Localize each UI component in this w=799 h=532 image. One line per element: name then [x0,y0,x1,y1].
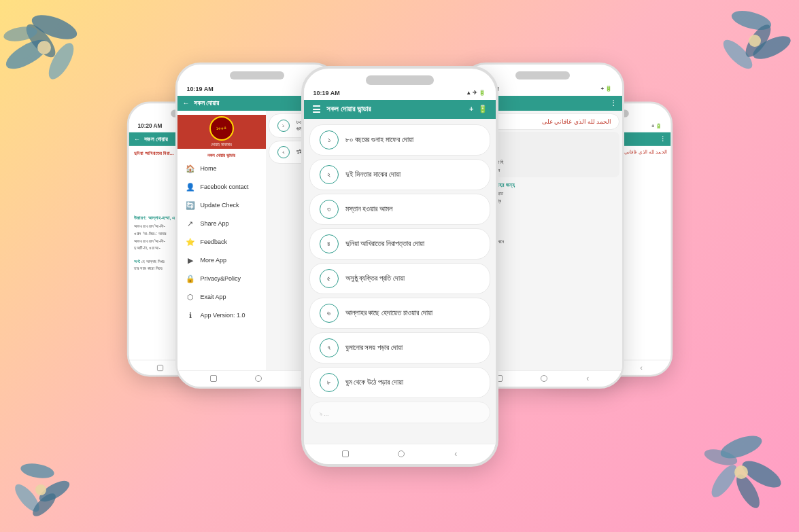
time-front-left: 10:19 AM [187,86,214,92]
flower-top-right [704,0,799,95]
phone-center: 10:19 AM ▲ ✈ 🔋 ☰ সকল দোয়ার ভান্ডার + 🔋 … [301,66,498,467]
svg-point-12 [36,477,72,506]
partial-text: ৯ ... [320,410,329,417]
menu-item-privacy[interactable]: 🔒 Privacy&Policy [177,270,266,288]
drawer-header: ১০০+ দোয়াহ মাফামার [177,115,266,149]
menu-item-moreapp[interactable]: ▶ More App [177,251,266,270]
menu-label-share: Share App [201,220,229,227]
item-number-5: ৫ [320,269,339,288]
item-text-7: ঘুমানোর সময় পড়ার দোয়া [345,343,403,352]
item-number-4: ৪ [320,234,339,253]
list-item-8[interactable]: ৮ ঘুম থেকে উঠে পড়ার দোয়া [309,367,490,398]
svg-point-20 [702,446,738,468]
list-item-4[interactable]: ৪ দুনিয়া আখিরাতের নিরাপত্তার দোয়া [309,228,490,260]
time-center: 10:19 AM [313,90,340,96]
menu-label-update: Update Check [201,202,239,209]
back-arrow-front-left: ← [183,99,190,107]
svg-point-5 [37,41,51,54]
nav-square-back-left [156,364,163,370]
list-item-2[interactable]: ২ দুই মিনতার মাঝের দোয়া [309,159,490,190]
menu-label-facebook: Facebook contact [201,183,249,190]
dots-icon-back-right: ⋮ [659,135,665,142]
svg-point-10 [749,35,761,47]
svg-point-13 [11,480,43,515]
notch-front-left [230,71,284,79]
nav-bar-center: ‹ [304,444,496,464]
svg-point-14 [29,490,59,520]
menu-item-home[interactable]: 🏠 Home [177,160,266,178]
list-item-5[interactable]: ৫ অসুষ্ঠু ব্যক্তির প্রতি দোয়া [309,263,490,294]
item-text-2: দুই মিনতার মাঝের দোয়া [345,170,401,179]
list-item-1[interactable]: ১ ৮০ বছরের গুনাহ মাফের দোয়া [309,124,490,156]
list-item-3[interactable]: ৩ মস্তান হওয়ার আমল [309,194,490,225]
time-back-left: 10:20 AM [137,122,162,128]
item-num-2: ২ [277,146,290,158]
app-header-center: ☰ সকল দোয়ার ভান্ডার + 🔋 [304,100,496,119]
item-number-2: ২ [320,165,339,184]
menu-item-exit[interactable]: ⬡ Exait App [177,288,266,306]
svg-point-4 [3,24,39,43]
nav-back-front-right: ‹ [586,374,589,383]
menu-item-version: ℹ App Version: 1.0 [177,306,266,325]
menu-item-share[interactable]: ↗ Share App [177,215,266,233]
svg-point-8 [719,35,756,73]
battery-icon-header: 🔋 [478,105,488,113]
home-icon: 🏠 [186,164,195,173]
app-title-center: সকল দোয়ার ভান্ডার [326,105,464,113]
menu-item-facebook[interactable]: 👤 Facebook contact [177,178,266,196]
svg-point-6 [730,7,773,34]
drawer-menu: ১০০+ দোয়াহ মাফামার নকল দোয়ার ভান্ডার 🏠… [177,111,266,370]
svg-point-16 [717,431,764,463]
item-number-1: ১ [320,130,339,149]
item-number-7: ৭ [320,338,339,357]
notch-center [366,75,434,85]
info-icon: ℹ [186,311,195,320]
add-icon[interactable]: + [469,105,473,113]
dots-icon-front-right: ⋮ [610,99,617,107]
moreapp-icon: ▶ [186,256,195,265]
svg-point-15 [35,484,46,495]
menu-item-update[interactable]: 🔄 Update Check [177,196,266,215]
list-container-center: ১ ৮০ বছরের গুনাহ মাফের দোয়া ২ দুই মিনতা… [304,119,496,444]
flower-bottom-left [0,450,82,532]
facebook-icon: 👤 [186,183,195,192]
item-text-5: অসুষ্ঠু ব্যক্তির প্রতি দোয়া [345,274,405,283]
item-text-6: আল্লাহর কাছে হেদায়েত চাওয়ার দোয়া [345,308,433,317]
status-icons-front-right: + 🔋 [601,86,613,92]
phones-wrapper: 10:20 AM ▲▼ 📶 🔋 ← সকল দোয়ার দুনিয়া আখি… [94,35,706,497]
hamburger-icon[interactable]: ☰ [312,104,321,115]
status-icons-back-right: + 🔋 [651,123,662,128]
list-item-7[interactable]: ৭ ঘুমানোর সময় পড়ার দোয়া [309,332,490,363]
notch-front-right [515,71,570,79]
star-icon: ⭐ [186,238,195,247]
item-text-4: দুনিয়া আখিরাতের নিরাপত্তার দোয়া [345,239,425,248]
nav-dot-front-right [541,375,547,382]
nav-back-back-right: ‹ [640,363,643,372]
flower-bottom-right [690,423,792,525]
menu-label-exit: Exait App [201,294,226,300]
svg-point-1 [29,10,80,44]
svg-point-9 [741,21,775,60]
lock-icon: 🔒 [186,274,195,283]
list-item-6[interactable]: ৬ আল্লাহর কাছে হেদায়েত চাওয়ার দোয়া [309,298,490,329]
item-text-3: মস্তান হওয়ার আমল [345,205,394,213]
nav-back-center: ‹ [454,449,457,459]
menu-label-feedback: Feedback [201,238,228,245]
nav-square-center [342,450,349,457]
header-icons-right: + 🔋 [469,105,487,113]
svg-point-18 [707,461,741,501]
svg-point-7 [750,31,794,63]
item-number-8: ৮ [320,373,339,392]
menu-item-feedback[interactable]: ⭐ Feedback [177,233,266,251]
svg-point-3 [22,20,61,61]
item-text-1: ৮০ বছরের গুনাহ মাফের দোয়া [345,135,414,144]
title-back-left: সকল দোয়ার [143,135,167,143]
svg-point-21 [734,465,748,479]
svg-point-11 [20,461,56,480]
nav-dot-front-left [255,375,262,382]
menu-label-home: Home [201,165,217,172]
back-arrow-left: ← [133,135,139,142]
item-number-3: ৩ [320,200,339,219]
list-item-partial: ৯ ... [309,402,490,423]
title-front-left: সকল দোয়ার [194,99,220,107]
